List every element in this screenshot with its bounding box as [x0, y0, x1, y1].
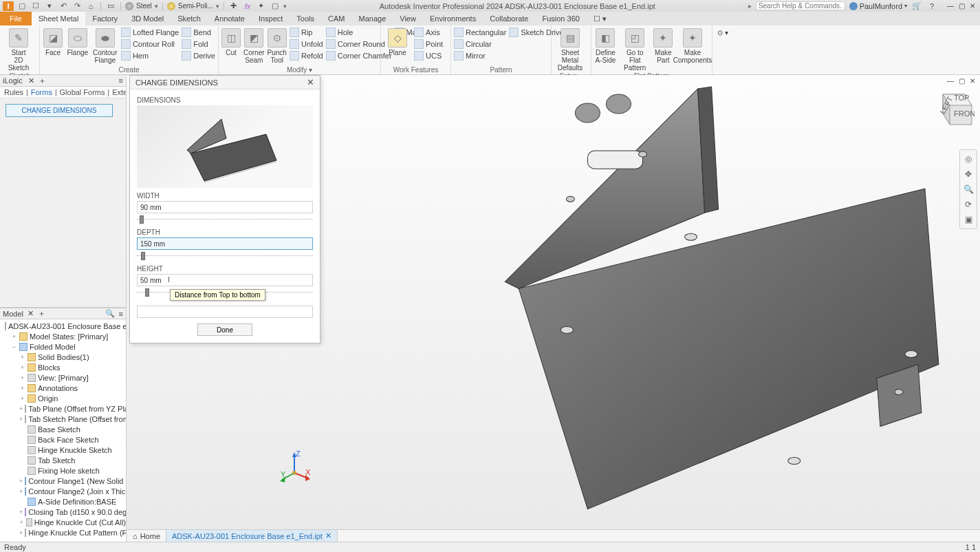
- model-browser-tree[interactable]: ADSK-AU23-001 Enclosure Base e1_End.ip..…: [0, 319, 126, 542]
- sheet-metal-defaults-button[interactable]: ▤Sheet Metal Defaults: [554, 27, 586, 72]
- rip-button[interactable]: Rip: [290, 27, 323, 38]
- goto-flat-pattern-button[interactable]: ◰Go to Flat Pattern: [620, 27, 651, 72]
- browser-close-icon[interactable]: ✕: [28, 309, 34, 318]
- undo-icon[interactable]: ↶: [58, 1, 69, 11]
- mdi-minimize-button[interactable]: —: [946, 76, 955, 85]
- tree-item[interactable]: +Origin: [0, 393, 126, 403]
- tab-sketch[interactable]: Sketch: [171, 12, 208, 25]
- cut-button[interactable]: ◫Cut: [221, 27, 241, 56]
- zoom-icon[interactable]: 🔍: [961, 182, 975, 196]
- done-button[interactable]: Done: [197, 323, 252, 336]
- height-input[interactable]: [137, 274, 313, 286]
- app-menu-icon[interactable]: I: [3, 1, 14, 11]
- document-tab-active[interactable]: ADSK-AU23-001 Enclosure Base e1_End.ipt✕: [166, 530, 338, 542]
- help-search-input[interactable]: [756, 1, 845, 10]
- browser-menu-icon[interactable]: ≡: [119, 310, 123, 318]
- tree-root[interactable]: ADSK-AU23-001 Enclosure Base e1_End.ip..…: [0, 321, 126, 331]
- tab-factory[interactable]: Factory: [85, 12, 124, 25]
- tab-view[interactable]: View: [393, 12, 423, 25]
- flange-button[interactable]: ⬭Flange: [66, 27, 89, 56]
- browser-search-icon[interactable]: 🔍: [105, 309, 115, 318]
- tab-autodesk-expand[interactable]: ☐ ▾: [587, 12, 613, 25]
- tree-item[interactable]: +Model States: [Primary]: [0, 331, 126, 341]
- tree-item[interactable]: +Hinge Knuckle Cut Pattern (Feature:: [0, 527, 126, 538]
- new-icon[interactable]: ▢: [17, 1, 28, 11]
- tree-item[interactable]: +Tab Plane (Offset from YZ Plane (Sid: [0, 403, 126, 414]
- material-ball-icon[interactable]: [125, 2, 133, 10]
- tree-item[interactable]: +Solid Bodies(1): [0, 352, 126, 362]
- ilogic-tab-external[interactable]: Extern: [109, 88, 126, 96]
- mdi-restore-button[interactable]: ▢: [957, 76, 966, 85]
- save-icon[interactable]: ▾: [44, 1, 55, 11]
- ilogic-tab-forms[interactable]: Forms: [28, 88, 55, 96]
- close-button[interactable]: ✕: [968, 2, 977, 10]
- ilogic-add-icon[interactable]: ＋: [39, 76, 46, 86]
- plane-button[interactable]: ◇Plane: [384, 27, 411, 56]
- minimize-button[interactable]: —: [946, 2, 955, 10]
- material-dropdown[interactable]: Steel: [136, 2, 152, 10]
- tree-item[interactable]: +Tab Sketch Plane (Offset from XZ Pl...: [0, 414, 126, 424]
- appearance-ball-icon[interactable]: [167, 2, 175, 10]
- ribbon-overflow-button[interactable]: ⊙ ▾: [715, 27, 730, 38]
- tab-collaborate[interactable]: Collaborate: [483, 12, 535, 25]
- home-tab[interactable]: ⌂Home: [127, 530, 166, 542]
- tab-fusion360[interactable]: Fusion 360: [535, 12, 586, 25]
- tree-item[interactable]: Hinge Knuckle Sketch: [0, 445, 126, 455]
- punch-tool-button[interactable]: ⊙Punch Tool: [268, 27, 287, 64]
- qat-extra-icon[interactable]: ✦: [256, 1, 267, 11]
- user-account[interactable]: PaulMunford▾: [849, 2, 907, 10]
- fold-button[interactable]: Fold: [182, 39, 215, 50]
- select-icon[interactable]: ▭: [105, 1, 116, 11]
- tree-item[interactable]: A-Side Definition:BASE: [0, 496, 126, 507]
- lofted-flange-button[interactable]: Lofted Flange: [121, 27, 179, 38]
- tree-item[interactable]: +Contour Flange1 (New Solid x Thickn: [0, 476, 126, 486]
- axis-button[interactable]: Axis: [414, 27, 443, 38]
- tab-close-icon[interactable]: ✕: [325, 531, 331, 540]
- lookat-icon[interactable]: ▣: [961, 213, 975, 226]
- tab-manage[interactable]: Manage: [352, 12, 393, 25]
- unfold-button[interactable]: Unfold: [290, 39, 323, 50]
- define-aside-button[interactable]: ◧Define A-Side: [594, 27, 617, 64]
- face-button[interactable]: ◪Face: [43, 27, 63, 56]
- ilogic-tab-global-forms[interactable]: Global Forms: [57, 88, 108, 96]
- tree-item[interactable]: +Contour Flange2 (Join x Thickness): [0, 486, 126, 496]
- make-components-button[interactable]: ✦Make Components: [676, 27, 709, 64]
- home-icon[interactable]: ⌂: [85, 1, 96, 11]
- tree-item[interactable]: −Folded Model: [0, 341, 126, 352]
- fx-icon[interactable]: fx: [242, 1, 253, 11]
- mirror-button[interactable]: Mirror: [454, 50, 506, 61]
- tree-item[interactable]: +Annotations: [0, 383, 126, 393]
- height-slider[interactable]: Distance from Top to bottom: [137, 288, 313, 297]
- tree-item[interactable]: Base Sketch: [0, 424, 126, 434]
- tree-item[interactable]: Back Face Sketch: [0, 434, 126, 445]
- qat-extra2-icon[interactable]: ▢: [270, 1, 281, 11]
- start-2d-sketch-button[interactable]: ✎Start 2D Sketch: [3, 27, 34, 72]
- nav-wheel-icon[interactable]: ◎: [961, 152, 975, 166]
- derive-button[interactable]: Derive: [182, 50, 215, 61]
- blank-input[interactable]: [137, 306, 313, 318]
- measure-icon[interactable]: ✚: [228, 1, 239, 11]
- contour-roll-button[interactable]: Contour Roll: [121, 39, 179, 50]
- dialog-close-icon[interactable]: ✕: [307, 77, 314, 87]
- hem-button[interactable]: Hem: [121, 50, 179, 61]
- orbit-icon[interactable]: ⟳: [961, 198, 975, 211]
- contour-flange-button[interactable]: ⬬Contour Flange: [92, 27, 118, 64]
- tree-item[interactable]: +View: [Primary]: [0, 372, 126, 383]
- tab-annotate[interactable]: Annotate: [208, 12, 252, 25]
- tree-item[interactable]: Fixing Hole sketch: [0, 465, 126, 476]
- browser-add-icon[interactable]: ＋: [38, 308, 45, 319]
- make-part-button[interactable]: ✦Make Part: [653, 27, 673, 64]
- help-icon[interactable]: ?: [926, 1, 937, 11]
- depth-slider[interactable]: [137, 251, 313, 261]
- width-input[interactable]: [137, 201, 313, 213]
- ilogic-tab-rules[interactable]: Rules: [1, 88, 26, 96]
- restore-button[interactable]: ▢: [957, 2, 966, 10]
- tab-inspect[interactable]: Inspect: [252, 12, 290, 25]
- width-slider[interactable]: [137, 215, 313, 224]
- pan-icon[interactable]: ✥: [961, 167, 975, 181]
- rectangular-pattern-button[interactable]: Rectangular: [454, 27, 506, 38]
- redo-icon[interactable]: ↷: [72, 1, 83, 11]
- file-tab[interactable]: File: [0, 12, 32, 25]
- ucs-button[interactable]: UCS: [414, 50, 443, 61]
- corner-seam-button[interactable]: ◩Corner Seam: [243, 27, 265, 64]
